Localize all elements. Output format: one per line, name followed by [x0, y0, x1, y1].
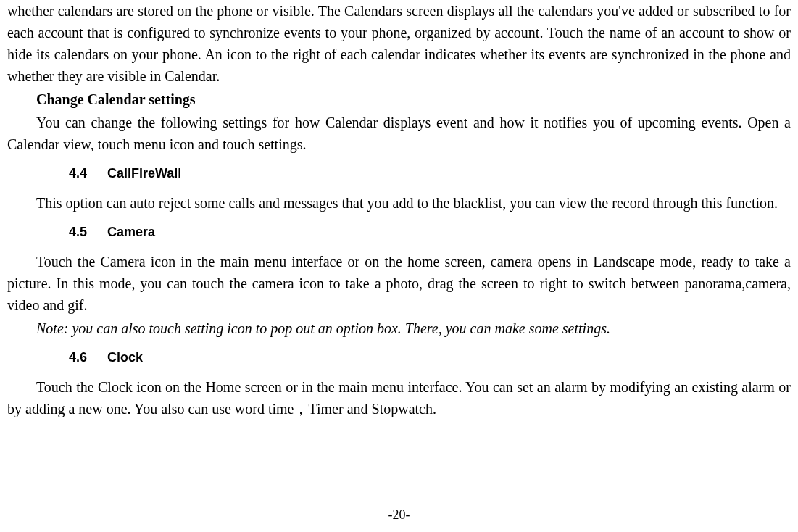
section-4-4-num: 4.4: [69, 164, 104, 183]
section-4-5-body: Touch the Camera icon in the main menu i…: [7, 251, 791, 316]
section-4-4-body: This option can auto reject some calls a…: [7, 192, 791, 214]
section-4-4-title: CallFireWall: [107, 166, 181, 180]
section-4-6-title: Clock: [107, 350, 143, 365]
page-number: -20-: [0, 505, 798, 525]
section-4-5-note: Note: you can also touch setting icon to…: [7, 317, 791, 339]
section-4-6-num: 4.6: [69, 348, 104, 367]
section-4-6-body: Touch the Clock icon on the Home screen …: [7, 376, 791, 420]
section-4-5-heading: 4.5 Camera: [69, 223, 791, 242]
change-settings-text: You can change the following settings fo…: [7, 112, 791, 155]
change-settings-block: Change Calendar settings: [7, 88, 791, 110]
change-settings-title: Change Calendar settings: [36, 91, 196, 107]
section-4-6-heading: 4.6 Clock: [69, 348, 791, 367]
top-paragraph: whether calendars are stored on the phon…: [7, 0, 791, 87]
section-4-5-num: 4.5: [69, 223, 104, 242]
section-4-4-heading: 4.4 CallFireWall: [69, 164, 791, 183]
section-4-5-title: Camera: [107, 225, 155, 239]
